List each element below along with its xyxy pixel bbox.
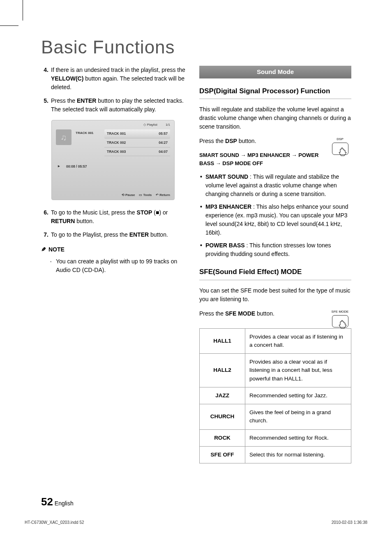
table-row: CHURCHGives the feel of being in a grand…: [200, 404, 351, 430]
note-item: You can create a playlist with up to 99 …: [50, 257, 187, 274]
pause-label: ⟲ Pause: [122, 193, 135, 198]
dsp-remote-button: DSP: [329, 137, 351, 155]
note-icon: ✎: [41, 245, 46, 254]
page-title: Basic Functions: [41, 37, 367, 58]
table-row: SFE OFFSelect this for normal listening.: [200, 446, 351, 463]
note-heading: ✎ NOTE: [41, 245, 187, 254]
current-track: TRACK 001: [76, 129, 100, 156]
playlist-label: ◇ Playlist: [143, 122, 157, 127]
hand-press-icon: [334, 318, 351, 334]
sfe-heading: SFE(Sound Field Effect) MODE: [199, 267, 351, 280]
track-row: TRACK 00105:57: [104, 129, 170, 138]
sfe-remote-button: SFE MODE: [329, 309, 351, 327]
bullet-mp3-enhancer: MP3 ENHANCER : This also helps enhance y…: [199, 203, 351, 237]
sfe-table: HALL1Provides a clear vocal as if listen…: [199, 328, 351, 464]
step-7: 7.To go to the Playlist, press the ENTER…: [41, 230, 187, 239]
page-indicator: 1/1: [166, 122, 170, 127]
step-6: 6.To go to the Music List, press the STO…: [41, 208, 187, 226]
dsp-bullets: SMART SOUND : This will regulate and sta…: [199, 173, 351, 258]
playlist-ui: ◇ Playlist 1/1 ♫ TRACK 001 TRACK 00105:5…: [51, 120, 175, 200]
table-row: HALL2Provides also a clear vocal as if l…: [200, 354, 351, 387]
dsp-heading: DSP(Digital Signal Processor) Function: [199, 86, 351, 99]
steps-list-bottom: 6.To go to the Music List, press the STO…: [41, 208, 187, 239]
step-4: 4.If there is an undesired track in the …: [41, 66, 187, 92]
dsp-intro: This will regulate and stabilize the vol…: [199, 105, 351, 131]
track-list: TRACK 00105:57 TRACK 00204:27 TRACK 0030…: [104, 129, 170, 156]
table-row: ROCKRecommended setting for Rock.: [200, 429, 351, 446]
tools-label: ▭ Tools: [139, 193, 152, 198]
play-icon: ▸: [58, 164, 60, 169]
page-footer: 52 English: [41, 496, 74, 508]
table-row: JAZZRecommended setting for Jazz.: [200, 387, 351, 404]
playback-time: 00:08 / 05:57: [66, 164, 87, 169]
print-info: HT-C6730W_XAC_0203.indd 52 2010-02-03 1:…: [25, 520, 367, 525]
track-row: TRACK 00204:27: [104, 138, 170, 148]
note-list: You can create a playlist with up to 99 …: [41, 257, 187, 274]
step-5: 5.Press the ENTER button to play the sel…: [41, 97, 187, 114]
sound-mode-heading: Sound Mode: [199, 66, 351, 78]
bullet-power-bass: POWER BASS : This function stresses low …: [199, 241, 351, 258]
steps-list-top: 4.If there is an undesired track in the …: [41, 66, 187, 114]
hand-press-icon: [334, 145, 351, 161]
track-row: TRACK 00304:07: [104, 148, 170, 157]
bullet-smart-sound: SMART SOUND : This will regulate and sta…: [199, 173, 351, 198]
music-note-icon: ♫: [56, 129, 71, 145]
sfe-intro: You can set the SFE mode best suited for…: [199, 286, 351, 304]
table-row: HALL1Provides a clear vocal as if listen…: [200, 328, 351, 354]
return-label: ↶ Return: [156, 193, 170, 198]
